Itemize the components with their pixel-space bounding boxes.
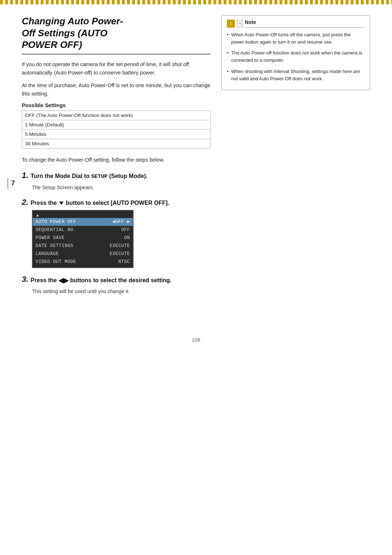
page-footer: 108 [0,337,392,343]
step-1-setup-word: SETUP [91,174,107,180]
note-header: ! ≡ Note [227,19,365,28]
step-2-heading: 2. Press the button to select [AUTO POWE… [22,197,211,208]
settings-table: OFF (The Auto Power-Off function does no… [22,110,211,149]
settings-row-4: 30 Minutes [22,139,210,148]
right-column: ! ≡ Note When Auto Power-Off turns off t… [221,15,370,301]
left-column: Changing Auto Power- Off Settings (AUTO … [22,15,211,301]
menu-row-4: DATE SETTINGS EXECUTE [33,242,133,250]
page-title: Changing Auto Power- Off Settings (AUTO … [22,15,211,51]
step-1-heading: 1. Turn the Mode Dial to SETUP (Setup Mo… [22,170,211,181]
steps-intro: To change the Auto Power-Off setting, fo… [22,156,211,164]
note-icon: ! [227,20,235,28]
note-item-1: When Auto Power-Off turns off the camera… [227,31,365,46]
step-2-heading-text: Press the button to select [AUTO POWER O… [30,199,169,207]
step-1-heading-text: Turn the Mode Dial to SETUP (Setup Mode)… [30,172,147,181]
note-box: ! ≡ Note When Auto Power-Off turns off t… [221,15,370,90]
step-3-body: This setting will be used until you chan… [32,287,211,295]
step-3-heading-text: Press the ◀▶ buttons to select the desir… [30,276,171,285]
menu-row-3: POWER SAVE ON [33,234,133,242]
settings-row-2: 1 Minute (Default) [22,120,210,130]
intro-para2: At the time of purchase, Auto Power-Off … [22,81,211,98]
note-item-3: When shooting with Interval Shooting, se… [227,68,365,82]
possible-settings-heading: Possible Settings [22,102,211,108]
step-2: 2. Press the button to select [AUTO POWE… [22,197,211,268]
note-list: When Auto Power-Off turns off the camera… [227,31,365,82]
menu-row-6: VIDEO OUT MODE NTSC [33,258,133,266]
menu-row-2: SEQUENTIAL NO. OFF [33,226,133,234]
step-2-number: 2. [22,197,28,208]
settings-row-1: OFF (The Auto Power-Off function does no… [22,111,210,120]
step-1-body: The Setup Screen appears. [32,183,211,191]
step-1: 1. Turn the Mode Dial to SETUP (Setup Mo… [22,170,211,191]
camera-menu-screenshot: ▲ AUTO POWER OFF ◄OFF ► SEQUENTIAL NO. O… [32,210,134,268]
step-3-number: 3. [22,274,28,285]
top-decorative-border [0,0,392,4]
step-1-number: 1. [22,170,28,181]
note-label: Note [245,19,365,28]
menu-row-1: AUTO POWER OFF ◄OFF ► [33,218,133,226]
menu-arrow-top: ▲ [33,212,133,218]
step-3: 3. Press the ◀▶ buttons to select the de… [22,274,211,295]
title-underline [22,54,211,54]
intro-para1: If you do not operate the camera for the… [22,60,211,77]
note-item-2: The Auto Power-off function does not wor… [227,49,365,64]
note-lines-icon: ≡ [237,20,242,27]
settings-row-3: 5 Minutes [22,130,210,139]
menu-row-5: LANGUAGE EXECUTE [33,250,133,258]
step-3-heading: 3. Press the ◀▶ buttons to select the de… [22,274,211,285]
page-number-tab: 7 [7,178,18,189]
